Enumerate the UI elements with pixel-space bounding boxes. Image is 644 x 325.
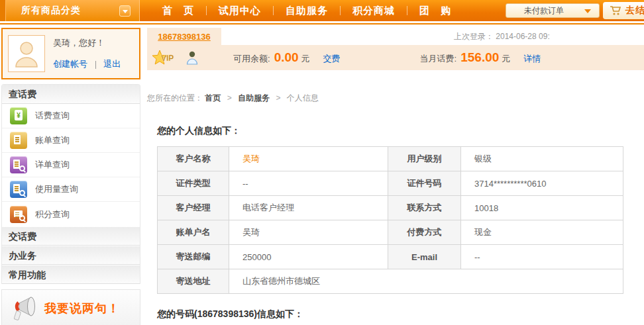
menu-section-handle-business[interactable]: 办业务 xyxy=(2,246,140,265)
nav-self-service[interactable]: 自助服务 xyxy=(274,5,340,17)
cell-value: -- xyxy=(461,245,623,269)
breadcrumb-home[interactable]: 首页 xyxy=(205,93,221,103)
user-avatar-icon xyxy=(12,39,41,68)
user-small-icon xyxy=(186,50,199,65)
sidebar-item-usage-query[interactable]: 使用量查询 xyxy=(2,177,140,202)
cell-label: 联系方式 xyxy=(388,196,461,220)
page: 所有商品分类 首 页 试用中心 自助服务 积分商城 团 购 未付款订单 去结算 xyxy=(0,0,644,325)
user-greeting: 吴琦，您好！ xyxy=(53,37,121,49)
sidebar-item-detail-query[interactable]: 详单查询 xyxy=(2,153,140,177)
sidebar-item-points-query[interactable]: 积分查询 xyxy=(2,202,140,226)
phone-number-link[interactable]: 18678398136 xyxy=(158,32,211,42)
category-menu-label: 所有商品分类 xyxy=(21,5,81,17)
logout-link[interactable]: 退出 xyxy=(103,59,121,69)
account-badges: VIP xyxy=(152,50,199,66)
cell-label: 证件号码 xyxy=(388,171,461,196)
breadcrumb-separator: > xyxy=(276,93,280,103)
currency-unit: 元 xyxy=(502,53,510,65)
cell-label: 用户级别 xyxy=(388,147,461,171)
account-info-band: VIP 可用余额: 0.00 元 交费 当月话费: 156.00 元 xyxy=(147,45,644,70)
sidebar-item-bill-query[interactable]: 账单查询 xyxy=(2,128,140,153)
breadcrumb-prefix: 您所在的位置： xyxy=(147,93,203,103)
sidebar: 吴琦，您好！ 创建帐号 退出 查话费 ¥ 话费查询 账单查询 xyxy=(1,28,140,325)
currency-unit: 元 xyxy=(301,53,310,65)
avatar xyxy=(8,35,45,72)
cell-value: 电话客户经理 xyxy=(229,196,388,220)
table-row: 客户名称 吴琦 用户级别 银级 xyxy=(158,147,623,171)
monthly-fee-group: 当月话费: 156.00 元 详情 xyxy=(420,50,541,65)
balance-label: 可用余额: xyxy=(233,53,270,65)
content: 吴琦，您好！ 创建帐号 退出 查话费 ¥ 话费查询 账单查询 xyxy=(0,24,644,325)
cell-value: 250000 xyxy=(229,245,388,269)
sidebar-item-label: 使用量查询 xyxy=(35,183,78,195)
personal-info-title: 您的个人信息如下： xyxy=(157,125,644,137)
sidebar-item-fee-query[interactable]: ¥ 话费查询 xyxy=(2,104,140,128)
vip-badge-icon: VIP xyxy=(152,50,180,66)
breadcrumb-self-service[interactable]: 自助服务 xyxy=(238,93,270,103)
breadcrumb-separator: > xyxy=(227,93,232,103)
table-row: 证件类型 -- 证件号码 3714**********0610 xyxy=(158,171,623,196)
detail-link[interactable]: 详情 xyxy=(523,53,541,65)
breadcrumb: 您所在的位置： 首页 > 自助服务 > 个人信息 xyxy=(147,93,644,104)
cell-label: 付费方式 xyxy=(388,220,461,245)
pay-fee-link[interactable]: 交费 xyxy=(323,53,341,65)
main-panel: 18678398136 上次登录： 2014-06-28 09: VIP xyxy=(147,28,644,325)
phone-number-tab[interactable]: 18678398136 xyxy=(147,28,221,45)
table-row: 寄送邮编 250000 E-mail -- xyxy=(158,245,623,269)
account-tab-row: 18678398136 上次登录： 2014-06-28 09: xyxy=(147,28,644,45)
sidebar-item-label: 积分查询 xyxy=(35,209,70,220)
phone-fee-icon: ¥ xyxy=(10,107,27,124)
nav-trial-center[interactable]: 试用中心 xyxy=(207,5,273,17)
breadcrumb-current: 个人信息 xyxy=(287,93,319,103)
cell-value: 山东省德州市德城区 xyxy=(229,269,623,294)
nav-points-mall[interactable]: 积分商城 xyxy=(341,5,407,17)
chevron-down-icon[interactable] xyxy=(119,5,131,17)
cell-value: 吴琦 xyxy=(229,220,388,245)
user-box: 吴琦，您好！ 创建帐号 退出 xyxy=(1,28,140,79)
cell-label: 账单户名 xyxy=(158,220,229,245)
monthly-fee-value: 156.00 xyxy=(460,50,499,65)
menu-section-pay-fee[interactable]: 交话费 xyxy=(2,226,140,246)
cell-value: 现金 xyxy=(461,220,623,245)
balance-value: 0.00 xyxy=(274,50,299,65)
svg-text:VIP: VIP xyxy=(161,54,174,63)
checkout-label: 去结算 xyxy=(625,5,644,17)
category-menu-button[interactable]: 所有商品分类 xyxy=(0,0,139,21)
feedback-banner[interactable]: 我要说两句！ xyxy=(1,289,140,325)
table-row: 寄送地址 山东省德州市德城区 xyxy=(158,269,623,294)
menu-section-common-functions[interactable]: 常用功能 xyxy=(2,265,140,284)
cell-label: 寄送地址 xyxy=(158,269,229,294)
last-login-text: 上次登录： 2014-06-28 09: xyxy=(454,31,550,42)
balance-group: 可用余额: 0.00 元 交费 xyxy=(233,50,341,65)
unpaid-orders-dropdown[interactable]: 未付款订单 xyxy=(506,3,600,18)
user-links: 创建帐号 退出 xyxy=(53,58,121,70)
sidebar-item-label: 话费查询 xyxy=(35,110,70,122)
cell-value: 银级 xyxy=(461,147,623,171)
table-row: 账单户名 吴琦 付费方式 现金 xyxy=(158,220,623,245)
menu-section-fee-query[interactable]: 查话费 xyxy=(2,85,140,104)
feedback-label: 我要说两句！ xyxy=(44,301,120,316)
number-info-title: 您的号码(18678398136)信息如下： xyxy=(157,308,644,320)
nav-home[interactable]: 首 页 xyxy=(150,5,206,17)
cell-label: 证件类型 xyxy=(158,171,229,196)
cell-label: E-mail xyxy=(388,245,461,269)
create-account-link[interactable]: 创建帐号 xyxy=(53,59,87,69)
table-row: 客户经理 电话客户经理 联系方式 10018 xyxy=(158,196,623,220)
personal-info-table: 客户名称 吴琦 用户级别 银级 证件类型 -- 证件号码 3714*******… xyxy=(157,146,623,294)
megaphone-icon xyxy=(10,294,38,323)
cell-value: 10018 xyxy=(461,196,623,220)
cell-value: 吴琦 xyxy=(229,147,388,171)
user-meta: 吴琦，您好！ 创建帐号 退出 xyxy=(53,37,121,70)
link-divider xyxy=(95,61,96,69)
sidebar-menu: 查话费 ¥ 话费查询 账单查询 详单查询 使用量查询 xyxy=(1,84,140,284)
unpaid-orders-label: 未付款订单 xyxy=(524,5,564,17)
cell-label: 寄送邮编 xyxy=(158,245,229,269)
cart-icon xyxy=(610,5,621,16)
cell-value: -- xyxy=(229,171,388,196)
checkout-button[interactable]: 去结算 xyxy=(603,2,644,19)
cell-label: 客户经理 xyxy=(158,196,229,220)
cell-value: 3714**********0610 xyxy=(461,171,623,196)
nav-group-buy[interactable]: 团 购 xyxy=(407,5,463,17)
chevron-down-icon xyxy=(584,9,591,13)
bill-icon xyxy=(10,132,27,149)
